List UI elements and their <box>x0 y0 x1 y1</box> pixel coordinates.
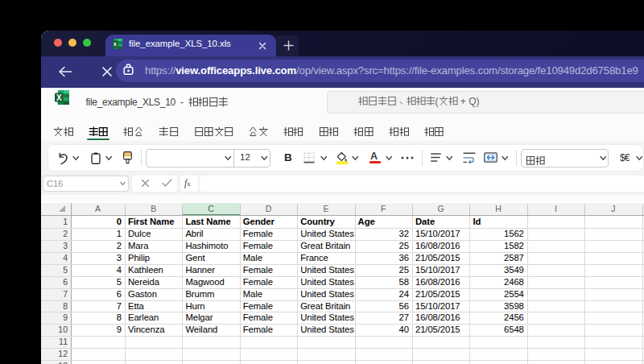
svg-text:X: X <box>56 93 62 102</box>
